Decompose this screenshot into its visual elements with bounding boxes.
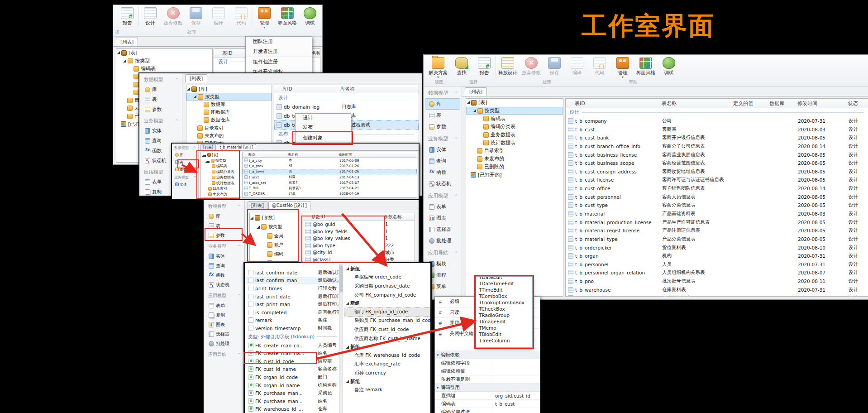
sidebar-section-title[interactable]: 业务模型^ (424, 132, 462, 144)
tab-list[interactable]: [列表] (116, 38, 138, 46)
sidebar-section-title[interactable]: 应用导航^ (424, 246, 462, 258)
sidebar-item[interactable]: 函数 (425, 167, 460, 178)
table-row[interactable]: T_DIR 目录表1 2017-04-21 (243, 185, 417, 191)
property-row[interactable]: 编辑依赖值 (435, 367, 540, 375)
sidebar-section-title[interactable]: 业务模型^ (172, 173, 198, 181)
sidebar-item[interactable]: 查询 (205, 261, 243, 270)
sidebar-item[interactable]: 函数 (205, 270, 243, 280)
sidebar-item[interactable]: 批处理 (425, 235, 460, 246)
table-row[interactable]: t_b_warehouse 仓库资料表 2020-07-31 设计 (566, 285, 868, 294)
sidebar-item[interactable]: 表单 (425, 201, 460, 212)
sidebar-section-title[interactable]: 数据模型^ (424, 86, 462, 98)
sidebar-item[interactable]: 查询 (425, 155, 460, 167)
toolbar-button[interactable]: 管理 (611, 56, 634, 79)
sidebar-item[interactable]: 库 (205, 211, 243, 221)
sidebar-section-title[interactable]: 数据模型^ (204, 200, 244, 211)
expander-icon[interactable] (200, 119, 203, 122)
dropdown-option[interactable]: TTimeEdit (476, 287, 532, 293)
toolbar-button[interactable]: 编译 (566, 56, 588, 77)
layout-field[interactable]: 仓库 FK_warehouse_id_code (344, 351, 430, 360)
tree-item[interactable]: 数据库 (186, 101, 272, 108)
tree-item[interactable]: 按类型 (116, 57, 212, 65)
toolbar-button[interactable]: 保存 (185, 6, 207, 27)
expander-icon[interactable] (346, 302, 349, 305)
table-row[interactable]: 设计 (566, 108, 868, 117)
column-header[interactable]: 数据库 (769, 100, 797, 107)
tree-item[interactable]: 编码表 (116, 65, 212, 73)
group-header[interactable]: 新组 (344, 299, 430, 307)
sidebar-item[interactable]: 参数 (173, 166, 197, 173)
collapse-caret-icon[interactable]: ^ (454, 137, 458, 141)
expander-icon[interactable] (473, 165, 476, 168)
table-row[interactable]: t_b_cust_consign_address 客商收货地址信息表 2020-… (566, 167, 868, 176)
table-row[interactable]: 设计 (274, 93, 419, 102)
tree-item[interactable]: 数据仓库 (186, 116, 272, 124)
tree-item[interactable]: 已删除的 (201, 197, 241, 198)
field-row[interactable]: version_timestamp 时间戳 (246, 324, 339, 332)
sidebar-section-title[interactable]: 应用模型^ (424, 189, 462, 201)
table-row[interactable]: t_b_cust_business_license 客商营业执照信息表 2020… (566, 150, 868, 159)
dropdown-option[interactable]: TDateEdit (476, 276, 532, 280)
context-menu-item[interactable]: 发布 (296, 123, 351, 132)
toolbar-button[interactable]: 设计 (139, 6, 162, 27)
tree-item[interactable]: 编码分类表 (466, 123, 563, 131)
table-row[interactable]: T_ORDER 订单 2018-04-19 (243, 191, 417, 197)
tree-item[interactable]: 图数据库 (186, 109, 272, 116)
tree-item[interactable]: 目录索引 (201, 186, 241, 191)
field-row[interactable]: is_completed 是否执行完成 (246, 308, 339, 317)
table-row[interactable]: T_ORDER_CS 订单扩展表 2018-03-22 (243, 197, 417, 198)
tab[interactable]: t_b_material [设计] (217, 144, 256, 150)
tree-item[interactable]: 按类型 (201, 158, 241, 163)
column-header[interactable]: 表ID (575, 100, 662, 107)
expander-icon[interactable] (123, 99, 126, 102)
dropdown-option[interactable]: TRadioGroup (476, 312, 532, 318)
expander-icon[interactable] (123, 115, 126, 118)
toolbar-button[interactable]: 解决方案 (426, 56, 450, 79)
table-row[interactable]: t_b_material 产品基础资料表 2020-08-03 设计 (566, 210, 868, 218)
expander-icon[interactable] (209, 182, 211, 184)
param-row[interactable]: @bo_key_values 1 (303, 235, 415, 242)
tree-item[interactable]: 编码分类表 (201, 169, 241, 174)
sidebar-item[interactable]: 库 (141, 85, 181, 95)
expander-icon[interactable] (263, 244, 266, 247)
sidebar-item[interactable]: 状态机 (425, 178, 460, 189)
tree-item[interactable]: 业务数据表 (201, 175, 241, 180)
tab[interactable]: [列表] (248, 201, 267, 210)
sidebar-section-title[interactable]: 应用导航^ (204, 348, 244, 360)
expander-icon[interactable] (263, 235, 266, 238)
toolbar-button[interactable]: 管理 (253, 6, 276, 29)
toolbar-button[interactable]: 调试 (299, 6, 321, 27)
dropdown-option[interactable]: TLookupComboBox (476, 299, 532, 306)
table-row[interactable]: t_b_personnel_organ_relation 人员组织机构关系表 2… (566, 269, 868, 277)
fk-field-row[interactable]: FK_purchase_man... 姓名 (246, 397, 339, 405)
expander-icon[interactable] (129, 83, 133, 86)
tree-item[interactable]: [库] (186, 85, 272, 93)
layout-field[interactable]: 供应商 FK_cust_id_code (344, 325, 430, 334)
sidebar-item[interactable]: 复制 (205, 310, 243, 320)
tree-item[interactable]: 未发布的 (186, 132, 272, 139)
table-row[interactable]: t_b_cust_business_scope 客商经营范围信息表 2020-0… (566, 159, 868, 168)
dropdown-option[interactable]: TImageEdit (476, 318, 532, 325)
table-row[interactable]: t_b_material_regist_license 产品注册证信息表 202… (566, 226, 868, 235)
expander-icon[interactable] (346, 380, 349, 383)
menu-item[interactable]: 团队注册 (246, 37, 312, 47)
collapse-caret-icon[interactable]: ^ (237, 244, 241, 249)
expander-icon[interactable] (129, 91, 133, 94)
toolbar-button[interactable]: 放弃修改 (520, 56, 543, 77)
context-menu-item[interactable]: 创建对象 (296, 133, 351, 144)
property-row[interactable]: 编辑依赖字段 (435, 359, 540, 367)
expander-icon[interactable] (129, 67, 133, 70)
dropdown-option[interactable]: TBlobEdit (476, 331, 532, 337)
toolbar-button[interactable]: 调试 (658, 56, 680, 77)
expander-icon[interactable] (209, 165, 211, 167)
collapse-caret-icon[interactable]: ^ (193, 175, 196, 180)
expander-icon[interactable] (187, 87, 190, 91)
dropdown-option[interactable]: TComboBox (476, 293, 532, 299)
dropdown-option[interactable]: TDateTimeEdit (476, 280, 532, 287)
tree-item[interactable]: 按类型 (466, 107, 563, 115)
tree-item[interactable]: 统计数据表 (466, 139, 563, 147)
expander-icon[interactable] (467, 101, 470, 104)
section-header[interactable]: 编辑依赖 (435, 351, 540, 359)
tree-item[interactable]: [参数] (250, 213, 298, 222)
table-row[interactable]: t_b_organ 机构 2020-07-31 设计 (566, 252, 868, 260)
